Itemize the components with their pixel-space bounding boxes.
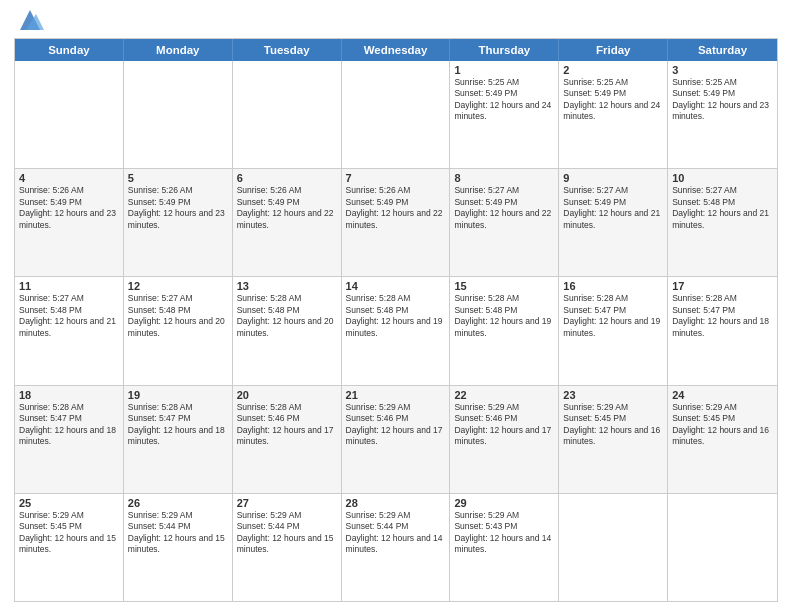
calendar-week-4: 18Sunrise: 5:28 AM Sunset: 5:47 PM Dayli…: [15, 386, 777, 494]
cell-date: 21: [346, 389, 446, 401]
calendar-cell: [559, 494, 668, 601]
calendar-week-5: 25Sunrise: 5:29 AM Sunset: 5:45 PM Dayli…: [15, 494, 777, 601]
calendar-header: SundayMondayTuesdayWednesdayThursdayFrid…: [15, 39, 777, 61]
calendar-cell: 4Sunrise: 5:26 AM Sunset: 5:49 PM Daylig…: [15, 169, 124, 276]
cell-date: 20: [237, 389, 337, 401]
cell-info: Sunrise: 5:29 AM Sunset: 5:45 PM Dayligh…: [563, 402, 663, 448]
header-day-wednesday: Wednesday: [342, 39, 451, 61]
calendar-cell: 13Sunrise: 5:28 AM Sunset: 5:48 PM Dayli…: [233, 277, 342, 384]
cell-date: 27: [237, 497, 337, 509]
calendar-body: 1Sunrise: 5:25 AM Sunset: 5:49 PM Daylig…: [15, 61, 777, 601]
cell-date: 17: [672, 280, 773, 292]
cell-date: 13: [237, 280, 337, 292]
cell-date: 29: [454, 497, 554, 509]
cell-date: 11: [19, 280, 119, 292]
page: SundayMondayTuesdayWednesdayThursdayFrid…: [0, 0, 792, 612]
calendar-cell: 29Sunrise: 5:29 AM Sunset: 5:43 PM Dayli…: [450, 494, 559, 601]
cell-info: Sunrise: 5:28 AM Sunset: 5:47 PM Dayligh…: [672, 293, 773, 339]
calendar-cell: 20Sunrise: 5:28 AM Sunset: 5:46 PM Dayli…: [233, 386, 342, 493]
calendar-cell: 5Sunrise: 5:26 AM Sunset: 5:49 PM Daylig…: [124, 169, 233, 276]
header-day-thursday: Thursday: [450, 39, 559, 61]
calendar-cell: 22Sunrise: 5:29 AM Sunset: 5:46 PM Dayli…: [450, 386, 559, 493]
header-day-saturday: Saturday: [668, 39, 777, 61]
cell-date: 22: [454, 389, 554, 401]
cell-info: Sunrise: 5:29 AM Sunset: 5:44 PM Dayligh…: [237, 510, 337, 556]
calendar-cell: 6Sunrise: 5:26 AM Sunset: 5:49 PM Daylig…: [233, 169, 342, 276]
calendar-cell: 8Sunrise: 5:27 AM Sunset: 5:49 PM Daylig…: [450, 169, 559, 276]
cell-info: Sunrise: 5:27 AM Sunset: 5:48 PM Dayligh…: [128, 293, 228, 339]
cell-info: Sunrise: 5:25 AM Sunset: 5:49 PM Dayligh…: [563, 77, 663, 123]
cell-date: 24: [672, 389, 773, 401]
logo: [14, 10, 44, 34]
cell-date: 3: [672, 64, 773, 76]
cell-info: Sunrise: 5:28 AM Sunset: 5:47 PM Dayligh…: [563, 293, 663, 339]
cell-date: 19: [128, 389, 228, 401]
cell-info: Sunrise: 5:28 AM Sunset: 5:48 PM Dayligh…: [237, 293, 337, 339]
cell-date: 16: [563, 280, 663, 292]
calendar-cell: 23Sunrise: 5:29 AM Sunset: 5:45 PM Dayli…: [559, 386, 668, 493]
cell-info: Sunrise: 5:29 AM Sunset: 5:46 PM Dayligh…: [346, 402, 446, 448]
calendar-week-3: 11Sunrise: 5:27 AM Sunset: 5:48 PM Dayli…: [15, 277, 777, 385]
cell-info: Sunrise: 5:29 AM Sunset: 5:46 PM Dayligh…: [454, 402, 554, 448]
cell-info: Sunrise: 5:29 AM Sunset: 5:43 PM Dayligh…: [454, 510, 554, 556]
cell-info: Sunrise: 5:29 AM Sunset: 5:45 PM Dayligh…: [672, 402, 773, 448]
cell-date: 25: [19, 497, 119, 509]
cell-info: Sunrise: 5:27 AM Sunset: 5:49 PM Dayligh…: [454, 185, 554, 231]
calendar-cell: 12Sunrise: 5:27 AM Sunset: 5:48 PM Dayli…: [124, 277, 233, 384]
cell-date: 14: [346, 280, 446, 292]
cell-date: 15: [454, 280, 554, 292]
calendar-cell: 7Sunrise: 5:26 AM Sunset: 5:49 PM Daylig…: [342, 169, 451, 276]
calendar-cell: 16Sunrise: 5:28 AM Sunset: 5:47 PM Dayli…: [559, 277, 668, 384]
calendar-cell: 3Sunrise: 5:25 AM Sunset: 5:49 PM Daylig…: [668, 61, 777, 168]
calendar-cell: [342, 61, 451, 168]
cell-date: 6: [237, 172, 337, 184]
cell-info: Sunrise: 5:28 AM Sunset: 5:47 PM Dayligh…: [19, 402, 119, 448]
cell-date: 8: [454, 172, 554, 184]
calendar: SundayMondayTuesdayWednesdayThursdayFrid…: [14, 38, 778, 602]
header: [14, 10, 778, 34]
calendar-cell: [233, 61, 342, 168]
cell-info: Sunrise: 5:28 AM Sunset: 5:47 PM Dayligh…: [128, 402, 228, 448]
calendar-cell: 19Sunrise: 5:28 AM Sunset: 5:47 PM Dayli…: [124, 386, 233, 493]
cell-date: 7: [346, 172, 446, 184]
cell-date: 5: [128, 172, 228, 184]
calendar-cell: 24Sunrise: 5:29 AM Sunset: 5:45 PM Dayli…: [668, 386, 777, 493]
calendar-cell: 15Sunrise: 5:28 AM Sunset: 5:48 PM Dayli…: [450, 277, 559, 384]
cell-info: Sunrise: 5:26 AM Sunset: 5:49 PM Dayligh…: [19, 185, 119, 231]
header-day-tuesday: Tuesday: [233, 39, 342, 61]
calendar-cell: 2Sunrise: 5:25 AM Sunset: 5:49 PM Daylig…: [559, 61, 668, 168]
calendar-cell: 11Sunrise: 5:27 AM Sunset: 5:48 PM Dayli…: [15, 277, 124, 384]
cell-info: Sunrise: 5:29 AM Sunset: 5:44 PM Dayligh…: [346, 510, 446, 556]
cell-info: Sunrise: 5:27 AM Sunset: 5:48 PM Dayligh…: [19, 293, 119, 339]
calendar-cell: 26Sunrise: 5:29 AM Sunset: 5:44 PM Dayli…: [124, 494, 233, 601]
cell-date: 9: [563, 172, 663, 184]
calendar-cell: 27Sunrise: 5:29 AM Sunset: 5:44 PM Dayli…: [233, 494, 342, 601]
logo-icon: [16, 6, 44, 34]
header-day-friday: Friday: [559, 39, 668, 61]
calendar-cell: 21Sunrise: 5:29 AM Sunset: 5:46 PM Dayli…: [342, 386, 451, 493]
calendar-cell: 25Sunrise: 5:29 AM Sunset: 5:45 PM Dayli…: [15, 494, 124, 601]
cell-date: 12: [128, 280, 228, 292]
cell-info: Sunrise: 5:25 AM Sunset: 5:49 PM Dayligh…: [454, 77, 554, 123]
calendar-cell: 1Sunrise: 5:25 AM Sunset: 5:49 PM Daylig…: [450, 61, 559, 168]
cell-info: Sunrise: 5:28 AM Sunset: 5:48 PM Dayligh…: [346, 293, 446, 339]
cell-info: Sunrise: 5:28 AM Sunset: 5:48 PM Dayligh…: [454, 293, 554, 339]
calendar-cell: 9Sunrise: 5:27 AM Sunset: 5:49 PM Daylig…: [559, 169, 668, 276]
cell-date: 28: [346, 497, 446, 509]
cell-date: 26: [128, 497, 228, 509]
calendar-cell: 17Sunrise: 5:28 AM Sunset: 5:47 PM Dayli…: [668, 277, 777, 384]
calendar-cell: 18Sunrise: 5:28 AM Sunset: 5:47 PM Dayli…: [15, 386, 124, 493]
calendar-week-1: 1Sunrise: 5:25 AM Sunset: 5:49 PM Daylig…: [15, 61, 777, 169]
calendar-cell: [15, 61, 124, 168]
cell-info: Sunrise: 5:26 AM Sunset: 5:49 PM Dayligh…: [237, 185, 337, 231]
calendar-week-2: 4Sunrise: 5:26 AM Sunset: 5:49 PM Daylig…: [15, 169, 777, 277]
cell-info: Sunrise: 5:28 AM Sunset: 5:46 PM Dayligh…: [237, 402, 337, 448]
cell-date: 1: [454, 64, 554, 76]
cell-info: Sunrise: 5:29 AM Sunset: 5:44 PM Dayligh…: [128, 510, 228, 556]
cell-info: Sunrise: 5:29 AM Sunset: 5:45 PM Dayligh…: [19, 510, 119, 556]
calendar-cell: 14Sunrise: 5:28 AM Sunset: 5:48 PM Dayli…: [342, 277, 451, 384]
cell-info: Sunrise: 5:25 AM Sunset: 5:49 PM Dayligh…: [672, 77, 773, 123]
header-day-sunday: Sunday: [15, 39, 124, 61]
calendar-cell: 10Sunrise: 5:27 AM Sunset: 5:48 PM Dayli…: [668, 169, 777, 276]
calendar-cell: [668, 494, 777, 601]
